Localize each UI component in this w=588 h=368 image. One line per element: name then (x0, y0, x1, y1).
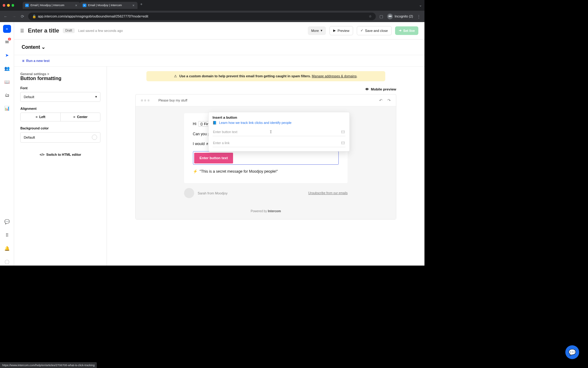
chevron-down-icon: ▾ (321, 29, 322, 33)
close-tab-icon[interactable]: ✕ (75, 4, 77, 7)
rail-contacts[interactable]: 👥 (3, 65, 11, 73)
warning-icon: ⚠ (174, 74, 177, 78)
mobile-preview-label: Mobile preview (371, 87, 396, 91)
conditional-block[interactable]: ⚡ "This is a secret message for Moodjoy … (193, 169, 339, 174)
warning-link[interactable]: Manage addresses & domains (312, 74, 356, 78)
email-signature: Sarah from Moodjoy Unsubscribe from our … (184, 188, 348, 198)
menu-toggle[interactable]: ☰ (20, 28, 24, 33)
browser-tab-2[interactable]: ≡ Email | Moodjoy | Intercom ✕ (80, 2, 138, 9)
button-block[interactable]: Enter button text (193, 151, 339, 165)
reload-button[interactable]: ⟳ (20, 14, 25, 19)
extensions-icon[interactable]: ▢ (379, 14, 384, 19)
close-window[interactable] (3, 4, 6, 7)
warning-text: Use a custom domain to help prevent this… (179, 74, 311, 78)
url-bar[interactable]: 🔒 app.intercom.com/a/apps/nnsgmgob/outbo… (28, 13, 375, 20)
settings-heading: Button formatting (20, 76, 100, 81)
forward-button[interactable]: → (12, 14, 17, 19)
last-saved-text: Last saved a few seconds ago (78, 29, 123, 33)
button-text-input[interactable] (213, 128, 345, 136)
variable-icon: ⟨⟩ (200, 122, 203, 126)
intercom-logo[interactable]: ≡ (3, 25, 11, 33)
address-bar: ← → ⟳ 🔒 app.intercom.com/a/apps/nnsgmgob… (0, 11, 424, 22)
mobile-preview-toggle[interactable]: 👁 Mobile preview (365, 87, 396, 91)
settings-breadcrumb[interactable]: General settings > (20, 72, 100, 76)
preview-button[interactable]: ▶ Preview (330, 26, 353, 35)
text-cursor-icon: 𝙸 (270, 130, 272, 134)
incognito-label: Incognito (2) (395, 14, 413, 18)
email-canvas: ⚠ Use a custom domain to help prevent th… (107, 67, 424, 266)
setlive-label: Set live (403, 29, 415, 33)
rail-profile[interactable]: ◯ (3, 258, 11, 266)
chevron-down-icon: ▾ (95, 95, 97, 99)
domain-warning: ⚠ Use a custom domain to help prevent th… (146, 71, 385, 81)
font-value: Default (24, 95, 34, 99)
browser-tab-1[interactable]: ≡ Email | Moodjoy | Intercom ✕ (23, 2, 80, 9)
color-swatch[interactable] (92, 135, 97, 140)
play-icon: ▶ (333, 29, 336, 33)
incognito-icon: 🕶 (387, 13, 393, 19)
minimize-window[interactable] (7, 4, 10, 7)
chevron-down-icon[interactable]: ⌄ (419, 3, 422, 7)
preview-label: Preview (337, 29, 349, 33)
check-icon: ✓ (360, 29, 363, 33)
content-header-label: Content (22, 44, 40, 50)
unsubscribe-link[interactable]: Unsubscribe from our emails (308, 191, 348, 195)
variable-icon[interactable]: {·} (341, 141, 345, 144)
save-close-button[interactable]: ✓ Save and close (357, 26, 392, 35)
inbox-badge: 1 (8, 38, 11, 40)
rail-messenger[interactable]: 💬 (3, 218, 11, 226)
more-label: More (311, 29, 319, 33)
page-title[interactable]: Enter a title (28, 27, 59, 34)
rail-outbound[interactable]: ➤ (3, 51, 11, 59)
bg-color-input[interactable]: Default (20, 132, 100, 143)
back-button[interactable]: ← (3, 14, 8, 19)
button-link-input[interactable] (213, 139, 345, 147)
bookmark-icon[interactable]: ☆ (369, 14, 372, 18)
button-block-text: Enter button text (194, 153, 233, 163)
menu-icon[interactable]: ⋮ (416, 14, 421, 19)
popover-learn-link[interactable]: 📘 Learn how we track link clicks and ide… (213, 121, 345, 125)
rail-articles[interactable]: 📖 (3, 78, 11, 86)
variable-icon[interactable]: {·} (341, 130, 345, 133)
set-live-button[interactable]: ➜ Set live (395, 26, 418, 35)
chevron-down-icon: ⌄ (41, 44, 45, 50)
rail-reports[interactable]: 📊 (3, 105, 11, 113)
bolt-icon: ⚡ (193, 169, 198, 174)
rail-inbox[interactable]: ✉ 1 (3, 38, 11, 46)
new-tab-button[interactable]: + (138, 2, 145, 9)
run-new-test-link[interactable]: ⤨ Run a new test (22, 59, 50, 63)
tab-title: Email | Moodjoy | Intercom (88, 4, 122, 7)
email-body-card[interactable]: Hi ⟨⟩ First Can you ple I would rea (184, 113, 348, 183)
more-menu[interactable]: More ▾ (308, 26, 326, 35)
font-select[interactable]: Default ▾ (20, 92, 100, 102)
tab-favicon: ≡ (83, 4, 86, 7)
draft-badge: Draft (63, 28, 75, 33)
sender-name: Sarah from Moodjoy (198, 191, 228, 195)
lock-icon: 🔒 (32, 14, 36, 18)
bg-label: Background color (20, 126, 100, 130)
rail-operator[interactable]: 🗂 (3, 91, 11, 99)
tab-favicon: ≡ (25, 4, 29, 7)
align-center-label: Center (77, 115, 87, 119)
sender-avatar (184, 188, 194, 198)
save-label: Save and close (365, 29, 388, 33)
undo-icon[interactable]: ↶ (379, 98, 383, 103)
maximize-window[interactable] (12, 4, 14, 7)
insert-button-popover: Insert a button 📘 Learn how we track lin… (208, 112, 350, 151)
eye-icon: 👁 (365, 87, 369, 91)
content-section-header[interactable]: Content ⌄ (14, 40, 424, 56)
redo-icon[interactable]: ↷ (387, 98, 391, 103)
switch-html-editor[interactable]: </> Switch to HTML editor (20, 153, 100, 156)
runtest-label: Run a new test (26, 59, 50, 63)
align-center-icon: ≡ (73, 115, 75, 119)
align-left-icon: ≡ (36, 115, 37, 119)
titlebar: ≡ Email | Moodjoy | Intercom ✕ ≡ Email |… (0, 0, 424, 11)
rail-notifications[interactable]: 🔔 (3, 244, 11, 252)
rail-apps[interactable]: ⠿ (3, 231, 11, 239)
incognito-indicator[interactable]: 🕶 Incognito (2) (387, 13, 413, 19)
email-subject[interactable]: Please buy my stuff (152, 98, 374, 102)
align-center-button[interactable]: ≡ Center (61, 113, 100, 121)
powered-by: Powered by Intercom (184, 209, 348, 213)
align-left-button[interactable]: ≡ Left (21, 113, 60, 121)
close-tab-icon[interactable]: ✕ (132, 4, 135, 7)
